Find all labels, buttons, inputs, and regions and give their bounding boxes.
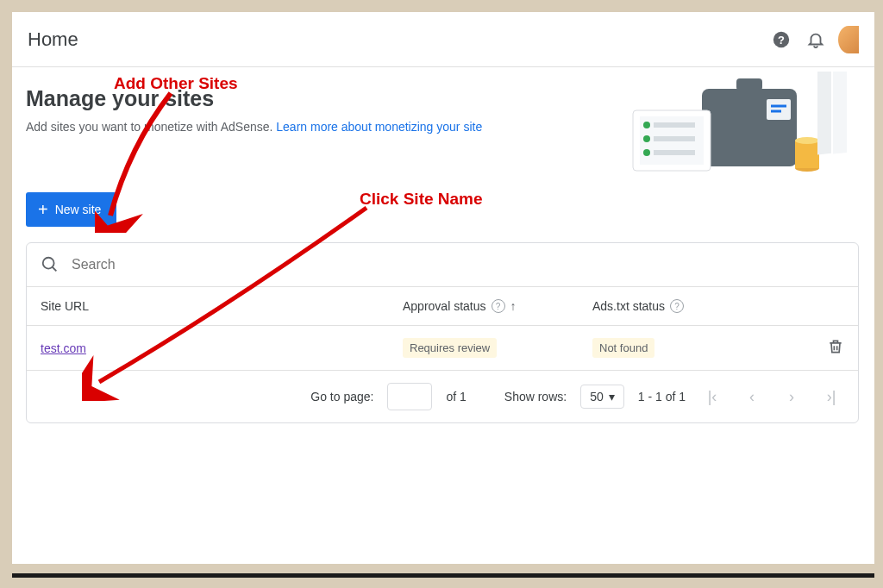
rows-label: Show rows: bbox=[504, 390, 567, 403]
last-page-icon[interactable]: ›| bbox=[818, 388, 844, 406]
svg-rect-3 bbox=[736, 78, 762, 91]
chevron-down-icon: ▾ bbox=[609, 390, 615, 403]
svg-rect-14 bbox=[654, 150, 695, 155]
avatar[interactable] bbox=[838, 26, 859, 53]
approval-badge: Requires review bbox=[403, 338, 497, 358]
svg-point-17 bbox=[795, 137, 819, 144]
header: Home ? bbox=[12, 12, 874, 67]
pagination: Go to page: of 1 Show rows: 50 ▾ 1 - 1 o… bbox=[27, 371, 858, 422]
svg-point-20 bbox=[43, 258, 54, 269]
svg-point-13 bbox=[643, 149, 650, 156]
search-icon bbox=[41, 255, 59, 274]
of-label: of 1 bbox=[446, 390, 466, 403]
goto-label: Go to page: bbox=[310, 390, 373, 403]
svg-line-21 bbox=[53, 267, 57, 272]
info-icon[interactable]: ? bbox=[492, 299, 505, 313]
table-row: test.com Requires review Not found bbox=[27, 326, 858, 371]
prev-page-icon[interactable]: ‹ bbox=[739, 388, 765, 406]
svg-rect-16 bbox=[795, 141, 819, 168]
search-row bbox=[27, 243, 858, 287]
col-header-url[interactable]: Site URL bbox=[41, 299, 403, 313]
svg-text:?: ? bbox=[778, 33, 785, 46]
next-page-icon[interactable]: › bbox=[779, 388, 805, 406]
new-site-label: New site bbox=[55, 203, 102, 216]
rows-value: 50 bbox=[590, 390, 604, 403]
notifications-icon[interactable] bbox=[798, 22, 833, 57]
page-breadcrumb: Home bbox=[28, 28, 78, 51]
svg-point-11 bbox=[643, 135, 650, 142]
col-header-ads[interactable]: Ads.txt status ? bbox=[592, 299, 782, 313]
site-url-link[interactable]: test.com bbox=[41, 341, 86, 355]
illustration bbox=[624, 72, 866, 192]
rows-select[interactable]: 50 ▾ bbox=[580, 385, 624, 409]
svg-rect-10 bbox=[654, 122, 695, 128]
svg-rect-19 bbox=[833, 72, 847, 154]
delete-icon[interactable] bbox=[827, 344, 844, 358]
svg-point-9 bbox=[643, 122, 650, 128]
svg-rect-4 bbox=[767, 99, 791, 120]
sites-card: Site URL Approval status ? ↑ Ads.txt sta… bbox=[26, 242, 859, 423]
first-page-icon[interactable]: |‹ bbox=[699, 388, 725, 406]
svg-rect-12 bbox=[654, 136, 695, 141]
table-header: Site URL Approval status ? ↑ Ads.txt sta… bbox=[27, 287, 858, 326]
ads-label: Ads.txt status bbox=[592, 299, 665, 313]
col-header-approval[interactable]: Approval status ? ↑ bbox=[403, 299, 592, 313]
info-icon[interactable]: ? bbox=[670, 299, 684, 313]
sort-arrow-icon[interactable]: ↑ bbox=[510, 299, 517, 313]
help-icon[interactable]: ? bbox=[764, 22, 798, 57]
page-input[interactable] bbox=[387, 383, 432, 410]
plus-icon: + bbox=[38, 201, 48, 218]
new-site-button[interactable]: + New site bbox=[26, 192, 116, 227]
learn-more-link[interactable]: Learn more about monetizing your site bbox=[276, 120, 482, 134]
svg-rect-18 bbox=[817, 72, 831, 154]
subtitle-text: Add sites you want to monetize with AdSe… bbox=[26, 120, 276, 134]
bottom-bar bbox=[12, 573, 874, 578]
search-input[interactable] bbox=[72, 257, 844, 272]
range-label: 1 - 1 of 1 bbox=[638, 390, 686, 403]
approval-label: Approval status bbox=[403, 299, 486, 313]
ads-badge: Not found bbox=[592, 338, 654, 358]
